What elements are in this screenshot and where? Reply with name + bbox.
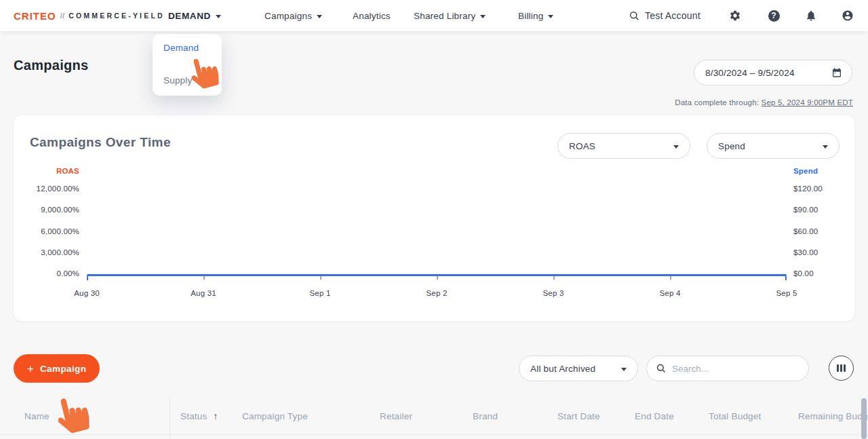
nav-analytics-label: Analytics xyxy=(353,11,391,21)
new-campaign-label: Campaign xyxy=(40,364,86,374)
chevron-down-icon xyxy=(823,145,828,149)
table-header-border xyxy=(0,434,868,435)
nav-demand-dropdown[interactable]: DEMAND xyxy=(168,0,221,31)
chevron-down-icon xyxy=(317,15,322,18)
left-axis-tick: 3,000.00% xyxy=(14,248,79,257)
user-menu-button[interactable] xyxy=(838,0,857,31)
axis-tick-mark xyxy=(320,276,321,280)
chevron-down-icon xyxy=(621,368,627,371)
column-header-remaining-budget[interactable]: Remaining Budget xyxy=(798,411,868,421)
nav-campaigns-label: Campaigns xyxy=(264,11,312,21)
column-header-end-date[interactable]: End Date xyxy=(635,411,674,421)
nav-demand-label: DEMAND xyxy=(168,11,211,21)
nav-billing-label: Billing xyxy=(518,11,543,21)
data-complete-link[interactable]: Sep 5, 2024 9:00PM EDT xyxy=(762,98,853,107)
x-axis-label: Aug 31 xyxy=(191,289,216,297)
date-range-picker[interactable]: 8/30/2024 – 9/5/2024 xyxy=(694,60,852,85)
search-icon xyxy=(656,364,666,373)
logo-brand-text: CRITEO xyxy=(14,10,56,22)
criteo-logo[interactable]: CRITEO // COMMERCE-YIELD xyxy=(14,0,165,31)
logo-product-text: COMMERCE-YIELD xyxy=(68,12,165,20)
notifications-button[interactable] xyxy=(802,0,821,31)
plus-icon: + xyxy=(27,363,34,375)
search-icon xyxy=(629,11,639,21)
gear-icon xyxy=(729,9,741,22)
app-root: CRITEO // COMMERCE-YIELD DEMAND Campaign… xyxy=(0,0,868,439)
axis-tick-mark xyxy=(553,276,555,280)
menu-item-demand[interactable]: Demand xyxy=(163,43,211,53)
chevron-down-icon xyxy=(480,15,486,18)
axis-tick-mark xyxy=(670,276,671,280)
help-button[interactable]: ? xyxy=(764,0,783,31)
axis-tick-mark xyxy=(785,276,787,280)
column-bars-icon xyxy=(837,364,846,372)
bell-icon xyxy=(805,9,817,22)
column-header-start-date[interactable]: Start Date xyxy=(557,411,600,421)
status-header-label: Status xyxy=(180,411,207,421)
right-axis-title: Spend xyxy=(793,167,818,175)
nav-analytics[interactable]: Analytics xyxy=(353,0,391,31)
right-axis-tick: $90.00 xyxy=(793,205,818,214)
calendar-icon xyxy=(831,67,842,78)
account-search[interactable]: Test Account xyxy=(629,0,701,31)
data-complete-prefix: Data complete through: xyxy=(675,98,759,107)
x-axis-label: Sep 4 xyxy=(659,289,680,297)
column-header-retailer[interactable]: Retailer xyxy=(380,411,412,421)
chevron-down-icon xyxy=(216,15,221,18)
top-navigation-bar: CRITEO // COMMERCE-YIELD DEMAND Campaign… xyxy=(0,0,868,31)
column-header-brand[interactable]: Brand xyxy=(473,411,498,421)
left-axis-tick: 9,000.00% xyxy=(14,205,79,214)
chart-plot-area: Aug 30 Aug 31 Sep 1 Sep 2 Sep 3 Sep 4 Se… xyxy=(87,115,787,321)
vertical-scrollbar[interactable] xyxy=(861,398,867,439)
left-axis-title: ROAS xyxy=(14,167,79,175)
search-input[interactable] xyxy=(672,364,799,374)
settings-button[interactable] xyxy=(726,0,745,31)
x-axis-label: Sep 3 xyxy=(542,289,564,297)
right-axis-tick: $120.00 xyxy=(793,184,823,193)
campaigns-table-header: Name Status↑ Campaign Type Retailer Bran… xyxy=(0,396,868,439)
data-complete-note: Data complete through: Sep 5, 2024 9:00P… xyxy=(675,98,853,107)
nav-shared-library-label: Shared Library xyxy=(414,11,475,21)
nav-campaigns-dropdown[interactable]: Campaigns xyxy=(264,0,322,31)
x-axis-label: Sep 1 xyxy=(309,289,330,297)
left-axis-tick: 12,000.00% xyxy=(14,184,79,193)
nav-billing-dropdown[interactable]: Billing xyxy=(518,0,553,31)
axis-tick-mark xyxy=(437,276,438,280)
status-filter-value: All but Archived xyxy=(530,364,595,374)
x-axis-label: Aug 30 xyxy=(74,289,100,297)
column-settings-button[interactable] xyxy=(829,356,854,381)
column-header-name[interactable]: Name xyxy=(24,411,50,421)
column-divider xyxy=(170,396,170,439)
right-axis-tick: $30.00 xyxy=(793,248,818,257)
column-header-campaign-type[interactable]: Campaign Type xyxy=(242,411,308,421)
question-circle-icon: ? xyxy=(768,10,780,22)
user-circle-icon xyxy=(842,9,854,22)
axis-tick-mark xyxy=(87,276,88,280)
x-axis-label: Sep 2 xyxy=(426,289,447,297)
column-header-status[interactable]: Status↑ xyxy=(180,411,218,421)
left-axis-tick: 0.00% xyxy=(14,269,79,278)
sort-ascending-icon: ↑ xyxy=(213,411,218,421)
logo-separator: // xyxy=(60,12,65,20)
date-range-value: 8/30/2024 – 9/5/2024 xyxy=(705,68,795,78)
x-axis-label: Sep 5 xyxy=(776,289,797,297)
new-campaign-button[interactable]: + Campaign xyxy=(14,354,100,383)
chevron-down-icon xyxy=(548,15,553,18)
page-title: Campaigns xyxy=(14,58,89,73)
status-filter-dropdown[interactable]: All but Archived xyxy=(519,356,638,381)
campaigns-over-time-card: Campaigns Over Time ROAS Spend ROAS 12,0… xyxy=(14,115,854,321)
left-axis-tick: 6,000.00% xyxy=(14,227,79,236)
column-header-total-budget[interactable]: Total Budget xyxy=(709,411,761,421)
right-axis-tick: $0.00 xyxy=(793,269,814,278)
right-axis-tick: $60.00 xyxy=(793,227,818,236)
campaign-search xyxy=(646,356,809,381)
account-name-label: Test Account xyxy=(645,10,701,21)
axis-tick-mark xyxy=(203,276,205,280)
nav-shared-library-dropdown[interactable]: Shared Library xyxy=(414,0,486,31)
